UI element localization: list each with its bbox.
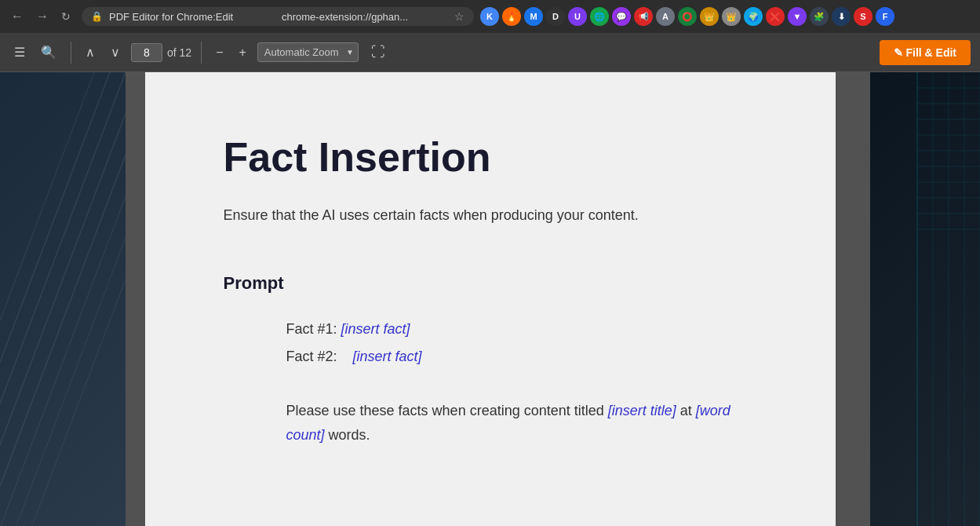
ext-circle-icon: ⭕: [678, 7, 697, 26]
body-text-suffix: words.: [325, 427, 370, 443]
ext-gray-icon: 👑: [722, 7, 741, 26]
fact1-placeholder: [insert fact]: [341, 321, 410, 337]
fact1-label: Fact #1:: [286, 321, 337, 337]
fill-edit-button[interactable]: ✎ Fill & Edit: [880, 40, 971, 65]
body-text-prefix: Please use these facts when creating con…: [286, 403, 608, 418]
nav-buttons: ← → ↻: [6, 6, 75, 27]
prev-page-button[interactable]: ∧: [81, 42, 100, 63]
ext-a-icon: A: [656, 7, 675, 26]
ext-lastpass-icon: ❌: [766, 7, 785, 26]
left-sidebar-decoration: [0, 72, 126, 526]
reload-button[interactable]: ↻: [56, 7, 75, 26]
fact2-line: Fact #2: [insert fact]: [286, 346, 757, 367]
svg-line-7: [31, 72, 126, 526]
ext-violet-icon: ▼: [788, 7, 807, 26]
diagonal-lines-svg: [0, 72, 126, 526]
svg-line-0: [0, 72, 126, 526]
ext-blue-icon: 🌍: [744, 7, 763, 26]
search-button[interactable]: 🔍: [36, 42, 61, 63]
zoom-select[interactable]: Automatic Zoom Actual Size Page Fit Page…: [257, 42, 359, 62]
right-sidebar-decoration: [870, 72, 980, 526]
page-number-input[interactable]: 8: [131, 43, 162, 62]
page-description: Ensure that the AI uses certain facts wh…: [224, 205, 757, 226]
ext-green-icon: 🌐: [590, 7, 609, 26]
sidebar-toggle-button[interactable]: ☰: [9, 42, 30, 63]
download-icon[interactable]: ⬇: [832, 7, 851, 26]
zoom-out-button[interactable]: −: [211, 42, 228, 63]
svg-line-5: [0, 72, 126, 526]
browser-chrome-bar: ← → ↻ 🔒 PDF Editor for Chrome:Edit chrom…: [0, 0, 980, 33]
right-grid-svg: [870, 72, 980, 526]
address-url: chrome-extension://gphan...: [282, 11, 448, 23]
pdf-page: Fact Insertion Ensure that the AI uses c…: [145, 72, 836, 526]
zoom-wrapper: Automatic Zoom Actual Size Page Fit Page…: [257, 42, 359, 62]
ext-u-icon: U: [568, 7, 587, 26]
section-title: Prompt: [224, 273, 757, 294]
svg-line-4: [0, 72, 94, 526]
zoom-in-button[interactable]: +: [234, 42, 250, 63]
pdf-toolbar: ☰ 🔍 ∧ ∨ 8 of 12 − + Automatic Zoom Actua…: [0, 33, 980, 72]
profile-icon[interactable]: S: [854, 7, 873, 26]
toolbar-separator-1: [71, 42, 71, 64]
ext-k-icon: K: [480, 7, 499, 26]
svg-line-2: [0, 72, 126, 526]
fact1-line: Fact #1: [insert fact]: [286, 319, 757, 340]
page-total-label: of 12: [167, 46, 191, 59]
ext-red-icon: 📢: [634, 7, 653, 26]
bookmark-icon[interactable]: ☆: [454, 10, 464, 23]
fullscreen-button[interactable]: ⛶: [365, 41, 392, 64]
tab-title: PDF Editor for Chrome:Edit: [109, 11, 275, 23]
toolbar-separator-2: [201, 42, 202, 64]
prompt-area: Fact #1: [insert fact] Fact #2: [insert …: [224, 319, 757, 447]
lock-icon: 🔒: [91, 11, 103, 22]
ext-crown-icon: 👑: [700, 7, 719, 26]
body-text: Please use these facts when creating con…: [286, 399, 757, 447]
pdf-content-area: Fact Insertion Ensure that the AI uses c…: [0, 72, 980, 526]
ext-d-icon: D: [546, 7, 565, 26]
body-title-placeholder: [insert title]: [608, 403, 676, 418]
ext-puzzle-icon: 🧩: [810, 7, 829, 26]
ext-purple-icon: 💬: [612, 7, 631, 26]
next-page-button[interactable]: ∨: [106, 42, 125, 63]
fact2-label: Fact #2:: [286, 349, 337, 364]
page-input-group: 8 of 12: [131, 43, 191, 62]
ext-fire-icon: 🔥: [502, 7, 521, 26]
page-title: Fact Insertion: [224, 135, 757, 180]
extension-icons: K 🔥 M D U 🌐 💬 📢 A ⭕ 👑 👑 🌍 ❌ ▼ 🧩 ⬇ S F: [480, 7, 894, 26]
fact2-placeholder: [insert fact]: [353, 349, 422, 364]
svg-line-1: [0, 72, 126, 526]
fact-spacer: [286, 374, 757, 399]
address-bar[interactable]: 🔒 PDF Editor for Chrome:Edit chrome-exte…: [82, 7, 474, 26]
back-button[interactable]: ←: [6, 6, 28, 27]
forward-button[interactable]: →: [31, 6, 53, 27]
chrome-F-icon: F: [876, 7, 894, 26]
ext-m-icon: M: [524, 7, 543, 26]
body-text-mid: at: [676, 403, 696, 418]
